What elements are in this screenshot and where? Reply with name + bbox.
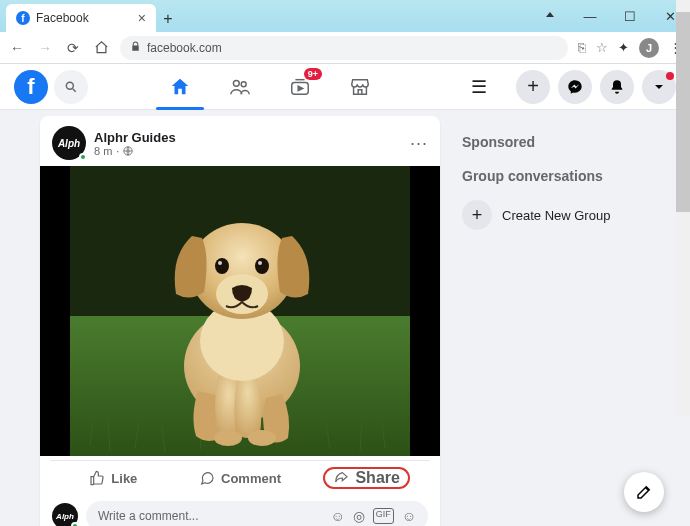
new-message-fab[interactable] <box>624 472 664 512</box>
messenger-button[interactable] <box>558 70 592 104</box>
like-icon <box>89 470 105 486</box>
window-maximize-icon[interactable]: ☐ <box>610 0 650 32</box>
back-button[interactable]: ← <box>8 39 26 57</box>
avatar-text: Alph <box>58 138 80 149</box>
facebook-logo[interactable]: f <box>14 70 48 104</box>
facebook-header: f 9+ ☰ + <box>0 64 690 110</box>
star-icon[interactable]: ☆ <box>596 40 608 55</box>
friends-icon <box>229 76 251 98</box>
extension-icons: ⎘ ☆ ✦ J ⋮ <box>578 38 682 58</box>
notifications-button[interactable] <box>600 70 634 104</box>
window-minimize-icon[interactable]: — <box>570 0 610 32</box>
group-conversations-heading: Group conversations <box>462 168 678 184</box>
like-button[interactable]: Like <box>50 461 177 495</box>
browser-profile-avatar[interactable]: J <box>639 38 659 58</box>
home-button[interactable] <box>92 39 110 57</box>
svg-point-1 <box>233 80 239 86</box>
tab-title: Facebook <box>36 11 132 25</box>
chevron-down-icon <box>651 79 667 95</box>
tab-home[interactable] <box>152 64 208 110</box>
minimize-button[interactable] <box>530 0 570 32</box>
bell-icon <box>609 79 625 95</box>
notification-dot <box>666 72 674 80</box>
feed-column: Alph Alphr Guides 8 m · ··· <box>0 110 450 526</box>
puppy-image <box>70 166 410 456</box>
vertical-scrollbar[interactable] <box>676 0 690 416</box>
svg-point-2 <box>241 81 246 86</box>
scrollbar-thumb[interactable] <box>676 12 690 212</box>
watch-badge: 9+ <box>304 68 322 80</box>
tab-watch[interactable]: 9+ <box>272 64 328 110</box>
header-right-buttons: + <box>516 70 676 104</box>
tab-marketplace[interactable] <box>332 64 388 110</box>
hamburger-menu[interactable]: ☰ <box>462 70 496 104</box>
url-field[interactable]: facebook.com <box>120 36 568 60</box>
sponsored-heading: Sponsored <box>462 134 678 150</box>
svg-point-8 <box>214 430 242 446</box>
close-tab-icon[interactable]: × <box>138 10 146 26</box>
comment-input[interactable]: Write a comment... ☺ ◎ GIF ☺ <box>86 501 428 526</box>
marketplace-icon <box>349 76 371 98</box>
right-sidebar: Sponsored Group conversations + Create N… <box>450 110 690 526</box>
home-icon <box>169 76 191 98</box>
plus-icon: + <box>462 200 492 230</box>
create-button[interactable]: + <box>516 70 550 104</box>
author-name[interactable]: Alphr Guides <box>94 130 176 145</box>
comment-placeholder: Write a comment... <box>98 509 198 523</box>
forward-button[interactable]: → <box>36 39 54 57</box>
svg-point-16 <box>258 261 262 265</box>
post-header: Alph Alphr Guides 8 m · ··· <box>40 116 440 166</box>
new-tab-button[interactable]: + <box>156 6 180 32</box>
post-card: Alph Alphr Guides 8 m · ··· <box>40 116 440 526</box>
facebook-favicon: f <box>16 11 30 25</box>
comment-button[interactable]: Comment <box>177 461 304 495</box>
author-avatar[interactable]: Alph <box>52 126 86 160</box>
messenger-icon <box>567 79 583 95</box>
emoji-icon[interactable]: ☺ <box>330 508 344 524</box>
puzzle-icon[interactable]: ✦ <box>618 40 629 55</box>
post-time: 8 m · <box>94 145 176 157</box>
url-text: facebook.com <box>147 41 222 55</box>
online-indicator <box>79 153 87 161</box>
svg-point-0 <box>66 82 73 89</box>
create-group-label: Create New Group <box>502 208 610 223</box>
browser-tab[interactable]: f Facebook × <box>6 4 156 32</box>
compose-icon <box>635 483 653 501</box>
sticker-icon[interactable]: ☺ <box>402 508 416 524</box>
create-group-button[interactable]: + Create New Group <box>462 196 678 234</box>
comment-icon <box>199 470 215 486</box>
window-controls: — ☐ ✕ <box>530 0 690 32</box>
share-icon <box>333 470 349 486</box>
facebook-body: Alph Alphr Guides 8 m · ··· <box>0 110 690 526</box>
post-media[interactable] <box>40 166 440 456</box>
browser-address-bar: ← → ⟳ facebook.com ⎘ ☆ ✦ J ⋮ <box>0 32 690 64</box>
gif-icon[interactable]: GIF <box>373 508 394 524</box>
post-menu-button[interactable]: ··· <box>410 133 428 154</box>
svg-point-9 <box>248 430 276 446</box>
svg-point-15 <box>218 261 222 265</box>
svg-point-14 <box>255 258 269 274</box>
commenter-avatar[interactable]: Alph <box>52 503 78 526</box>
share-highlight-annotation: Share <box>323 467 409 489</box>
share-ext-icon[interactable]: ⎘ <box>578 40 586 55</box>
tab-friends[interactable] <box>212 64 268 110</box>
center-nav-tabs: 9+ <box>150 64 390 110</box>
browser-titlebar: f Facebook × + — ☐ ✕ <box>0 0 690 32</box>
comment-attach-icons: ☺ ◎ GIF ☺ <box>330 508 416 524</box>
camera-icon[interactable]: ◎ <box>353 508 365 524</box>
post-actions: Like Comment Share <box>50 460 430 495</box>
svg-point-13 <box>215 258 229 274</box>
reload-button[interactable]: ⟳ <box>64 39 82 57</box>
comment-row: Alph Write a comment... ☺ ◎ GIF ☺ <box>40 495 440 526</box>
search-button[interactable] <box>54 70 88 104</box>
lock-icon <box>130 41 141 55</box>
share-button[interactable]: Share <box>303 461 430 495</box>
account-button[interactable] <box>642 70 676 104</box>
online-indicator <box>71 522 79 526</box>
globe-icon <box>123 146 133 156</box>
